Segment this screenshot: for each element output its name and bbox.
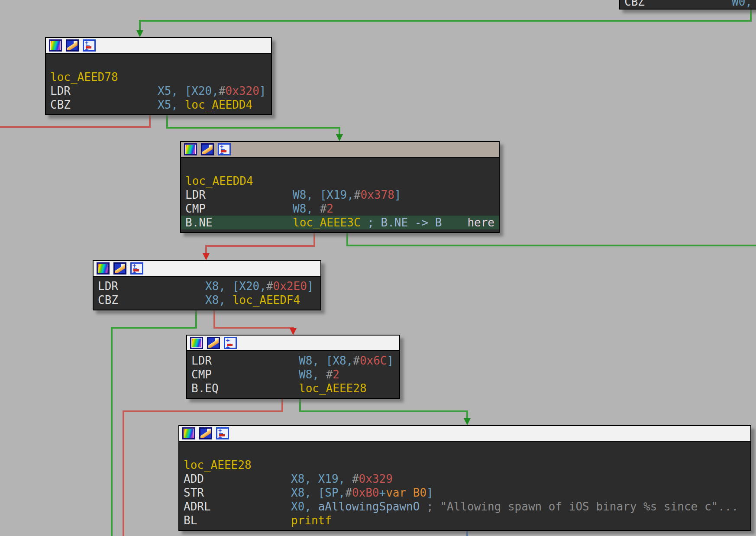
location-label: loc_AEED78 [50,70,118,84]
instruction-row[interactable]: B.EQloc_AEEE28 [187,381,399,395]
mnemonic: LDR [50,84,158,98]
edge-red-block-offscreen-segment [123,410,124,536]
code-token: loc_AEEE28 [299,381,367,395]
instruction-row[interactable]: CBZX5, loc_AEEDD4 [46,98,271,112]
edge-red-arrowhead [203,253,210,260]
instruction-row[interactable]: LDRX5, [X20,#0x320] [46,84,271,98]
code-token: 0xB0 [352,486,379,500]
blank-row[interactable] [181,160,499,174]
code-token: 0x2E0 [273,279,307,293]
right-aligned-comment: here [467,216,494,229]
code-token: 0x6C [360,354,387,368]
mnemonic: ADRL [184,500,291,513]
edge-red-aeedd4-to-block-segment [313,231,315,247]
instruction-row[interactable]: ADRLX0, aAllowingSpawnO ; "Allowing spaw… [179,500,750,513]
edge-red-block-offscreen-segment [281,397,283,412]
code-token: ; B.NE -> B [361,216,442,229]
code-token: W8, [299,368,326,381]
code-token: ] [307,279,314,293]
code-token: # [353,354,360,368]
graph-overview-icon[interactable] [83,39,96,52]
palette-icon[interactable] [49,39,62,52]
palette-icon[interactable] [182,427,195,439]
code-token: 0x329 [359,472,393,486]
code-token: # [352,472,359,486]
edge-red-arrowhead [290,328,297,335]
basic-block-loc-AEEDD4-selected[interactable]: loc_AEEDD4LDRW8, [X19,#0x378]CMPW8, #2B.… [180,141,500,233]
instruction-row[interactable]: ADDX8, X19, #0x329 [179,472,750,486]
instruction-row[interactable]: CBZX8, loc_AEEDF4 [94,293,320,307]
basic-block-partial-top-right[interactable]: CBZW0, [619,0,756,10]
instruction-row[interactable]: CBZW0, [620,0,756,9]
edit-icon[interactable] [66,39,79,52]
code-token: [X20, [233,279,266,293]
mnemonic: CBZ [98,293,205,307]
code-token: W8, [293,188,320,202]
code-token: W8, [293,202,320,216]
palette-icon[interactable] [190,337,203,349]
code-token: 2 [326,202,333,216]
basic-block-loc-AEED78[interactable]: loc_AEED78LDRX5, [X20,#0x320]CBZX5, loc_… [45,37,272,115]
instruction-row[interactable]: LDRW8, [X19,#0x378] [181,188,499,202]
basic-block-loc-AEEE28[interactable]: loc_AEEE28ADDX8, X19, #0x329STRX8, [SP,#… [178,425,751,531]
node-titlebar[interactable] [179,426,750,442]
code-token: X8, [291,486,318,500]
edit-icon[interactable] [113,262,126,274]
edge-red-block-to-block-segment [213,309,215,329]
mnemonic: ADD [184,472,291,486]
instruction-row[interactable]: CMPW8, #2 [187,368,399,381]
edge-green-block-to-aeee28-segment [299,410,468,412]
instruction-row[interactable]: STRX8, [SP,#0xB0+var_B0] [179,486,750,500]
edge-green-block-offscreen-segment [111,327,113,536]
basic-block-ldr-cmp-beq[interactable]: LDRW8, [X8,#0x6C]CMPW8, #2B.EQloc_AEEE28 [186,335,400,399]
code-token: # [219,84,226,98]
blank-row[interactable] [46,56,271,70]
node-titlebar[interactable] [187,336,399,351]
edit-icon[interactable] [199,427,212,439]
code-token: aAllowingSpawnO [318,500,420,513]
graph-overview-icon[interactable] [216,427,229,439]
code-token: 2 [333,368,339,381]
edge-green-arrowhead [464,418,471,425]
code-token: W8, [299,354,326,368]
label-row[interactable]: loc_AEED78 [46,70,271,84]
node-titlebar[interactable] [94,261,320,277]
label-row[interactable]: loc_AEEDD4 [181,174,499,188]
mnemonic: B.NE [185,216,293,229]
location-label: loc_AEEDD4 [185,174,253,188]
instruction-row[interactable]: B.NEloc_AEEE3C ; B.NE -> Bhere [181,216,499,229]
edge-green-arrowhead [136,30,143,37]
instruction-row[interactable]: BLprintf [179,513,750,527]
edge-red-aeedd4-to-block-segment [205,245,207,254]
graph-overview-icon[interactable] [130,262,143,274]
blank-row[interactable] [179,444,750,458]
basic-block-ldr-cbz[interactable]: LDRX8, [X20,#0x2E0]CBZX8, loc_AEEDF4 [93,260,321,310]
edge-green-aeedd4-offscreen-segment [346,231,348,246]
code-token: X8, [205,279,233,293]
code-token: 0x320 [226,84,259,98]
instruction-row[interactable]: CMPW8, #2 [181,202,499,216]
code-token: loc_AEEDF4 [233,293,300,307]
code-token: [X19, [320,188,354,202]
instruction-row[interactable]: LDRW8, [X8,#0x6C] [187,354,399,368]
graph-view-canvas[interactable]: CBZW0, loc_AEED78LDRX5, [X20,#0x320]CBZX… [0,0,756,536]
code-token: loc_AEEDD4 [185,98,253,112]
node-titlebar[interactable] [46,38,271,54]
graph-overview-icon[interactable] [224,337,237,349]
node-body: loc_AEEE28ADDX8, X19, #0x329STRX8, [SP,#… [179,442,750,530]
palette-icon[interactable] [97,262,110,274]
edit-icon[interactable] [201,143,214,155]
palette-icon[interactable] [184,143,197,155]
graph-overview-icon[interactable] [218,143,231,155]
mnemonic: LDR [185,188,293,202]
edge-red-aeed78-offscreen-segment [0,126,151,128]
code-token: ] [387,354,394,368]
edit-icon[interactable] [207,337,220,349]
location-label: loc_AEEE28 [184,458,252,472]
instruction-row[interactable]: LDRX8, [X20,#0x2E0] [94,279,320,293]
label-row[interactable]: loc_AEEE28 [179,458,750,472]
code-token: # [266,279,273,293]
code-token: X0, [291,500,318,513]
node-titlebar[interactable] [181,142,499,158]
edge-red-block-to-block-segment [213,327,294,329]
